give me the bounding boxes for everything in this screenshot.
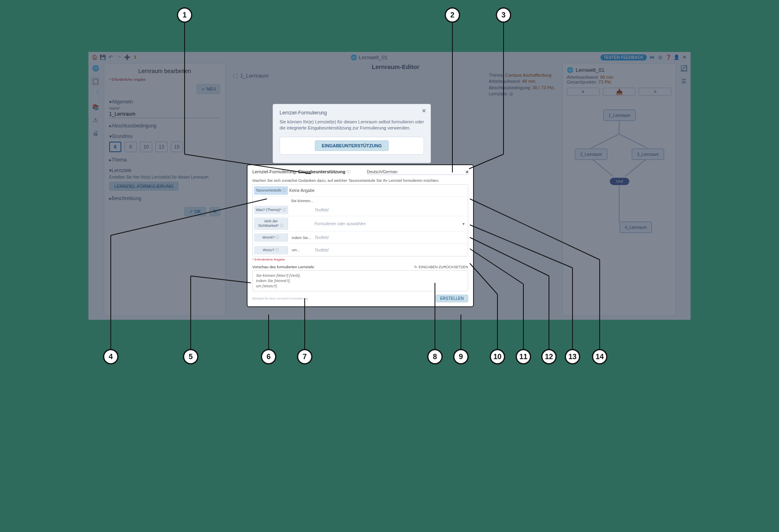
- field-label-womit: Womit? ⓘ: [254, 233, 288, 242]
- wozu-prefix: um...: [289, 248, 314, 252]
- callout-bubble: 5: [183, 349, 198, 364]
- reset-button[interactable]: ↻ EINGABEN ZURÜCKSETZEN: [414, 265, 468, 269]
- required-note: * Erforderliche Angabe: [252, 258, 468, 261]
- eingabeunterstuetzung-button[interactable]: EINGABEUNTERSTÜTZUNG: [315, 140, 389, 151]
- tax-value[interactable]: Keine Angabe: [289, 188, 468, 193]
- modal-instruction: Machen Sie sich zunächst Gedanken dazu, …: [252, 178, 468, 183]
- behind-modal: ✕ Lernziel-Formulierung Sie können Ihr(e…: [273, 104, 431, 163]
- callout-bubble: 13: [565, 349, 580, 364]
- preview-box: Sie können [Was?] [Verb], indem Sie [Wom…: [252, 270, 468, 291]
- callout-bubble: 4: [103, 349, 118, 364]
- callout-bubble: 11: [516, 349, 531, 364]
- callout-bubble: 12: [541, 349, 557, 364]
- info-icon[interactable]: ⓘ: [346, 170, 351, 174]
- womit-input[interactable]: Textfeld: [314, 235, 468, 240]
- modal-title: Lernziel-Formulierung: Eingabeunterstütz…: [252, 169, 351, 175]
- behind-modal-title: Lernziel-Formulierung: [280, 110, 424, 116]
- info-icon[interactable]: ⓘ: [282, 208, 286, 212]
- refresh-icon: ↻: [414, 265, 417, 269]
- was-input[interactable]: Textfeld: [314, 208, 468, 212]
- behind-modal-text: Sie können Ihr(e) Lernziel(e) für diesen…: [280, 119, 424, 131]
- callout-bubble: 2: [445, 7, 460, 23]
- chevron-down-icon: ▾: [463, 222, 465, 226]
- lernziel-modal: ✕ Lernziel-Formulierung: Eingabeunterstü…: [247, 164, 474, 307]
- preview-label: Vorschau des formulierten Lernziels:: [252, 265, 315, 269]
- callout-bubble: 6: [261, 349, 276, 364]
- example-link[interactable]: Beispiel für eine Lernziel-Formulierung: [252, 297, 308, 300]
- callout-bubble: 8: [427, 349, 443, 364]
- field-label-was: Was? (Thema)* ⓘ: [254, 206, 288, 214]
- create-button[interactable]: ERSTELLEN: [436, 295, 468, 302]
- info-icon[interactable]: ⓘ: [275, 235, 279, 239]
- field-label-verb: Verb der Sichtbarkeit* ⓘ: [254, 218, 288, 230]
- language-select[interactable]: Deutsch/German▾: [367, 170, 468, 175]
- womit-prefix: indem Sie...: [289, 236, 314, 240]
- info-icon[interactable]: ⓘ: [275, 248, 279, 252]
- fixed-text: Sie können...: [289, 198, 313, 203]
- info-icon[interactable]: ⓘ: [280, 224, 284, 228]
- callout-bubble: 3: [496, 7, 511, 23]
- modal-fields: Taxonomiestufe ⓘ Keine Angabe Sie können…: [252, 184, 468, 256]
- callout-bubble: 7: [297, 349, 312, 364]
- callout-bubble: 14: [592, 349, 607, 364]
- callout-bubble: 9: [453, 349, 469, 364]
- field-label-wozu: Wozu? ⓘ: [254, 246, 288, 254]
- callout-bubble: 1: [177, 7, 192, 23]
- verb-select[interactable]: Formulieren oder auswählen▾: [314, 222, 468, 226]
- info-icon[interactable]: ⓘ: [282, 188, 286, 192]
- close-icon[interactable]: ✕: [465, 169, 469, 175]
- callout-bubble: 10: [490, 349, 505, 364]
- field-label-taxonomie: Taxonomiestufe ⓘ: [254, 186, 288, 195]
- close-icon[interactable]: ✕: [422, 108, 426, 114]
- wozu-input[interactable]: Textfeld: [314, 248, 468, 252]
